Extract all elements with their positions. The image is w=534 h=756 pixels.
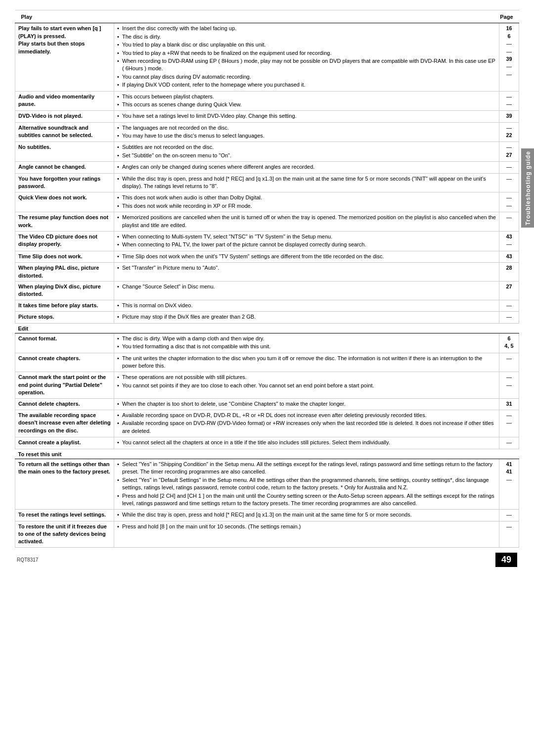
table-row: Angle cannot be changed.Angles can only … <box>15 162 519 173</box>
issue-cell: When playing DivX disc, picture distorte… <box>15 281 114 300</box>
cause-item: This does not work when audio is other t… <box>117 194 496 201</box>
cause-item: You tried to play a blank disc or disc u… <box>117 41 496 48</box>
table-row: Quick View does not work.This does not w… <box>15 192 519 212</box>
cause-item: These operations are not possible with s… <box>117 374 496 381</box>
causes-cell: The unit writes the chapter information … <box>114 353 499 372</box>
page-value: 28 <box>502 264 516 272</box>
cause-item: This occurs as scenes change during Quic… <box>117 101 496 108</box>
page-value: — <box>502 240 516 248</box>
cause-item: You tried to play a +RW that needs to be… <box>117 49 496 57</box>
issue-cell: You have forgotten your ratings password… <box>15 173 114 192</box>
cause-item: This is normal on DivX video. <box>117 302 496 309</box>
table-row: Time Slip does not work.Time Slip does n… <box>15 251 519 262</box>
page-value: — <box>502 124 516 132</box>
page-value: — <box>502 214 516 221</box>
table-row: It takes time before play starts.This is… <box>15 300 519 311</box>
issue-cell: Cannot create chapters. <box>15 353 114 372</box>
causes-cell: Select "Yes" in "Shipping Condition" in … <box>114 459 499 509</box>
page-value: 41 <box>502 468 516 475</box>
issue-cell: To return all the settings other than th… <box>15 459 114 509</box>
causes-cell: Subtitles are not recorded on the disc.S… <box>114 142 499 162</box>
cause-item: Change "Source Select" in Disc menu. <box>117 283 496 290</box>
causes-cell: This does not work when audio is other t… <box>114 192 499 212</box>
cause-item: Picture may stop if the DivX files are g… <box>117 313 496 321</box>
table-row: The resume play function does not work.M… <box>15 212 519 232</box>
cause-item: You cannot set points if they are too cl… <box>117 382 496 389</box>
page-cell: — <box>499 510 519 521</box>
page-cell: 166——39—— <box>499 23 519 91</box>
issue-cell: Cannot create a playlist. <box>15 437 114 449</box>
issue-cell: Cannot delete chapters. <box>15 398 114 410</box>
table-row: When playing DivX disc, picture distorte… <box>15 281 519 300</box>
page-cell: — <box>499 212 519 232</box>
cause-item: While the disc tray is open, press and h… <box>117 511 496 519</box>
issue-cell: The Video CD picture does not display pr… <box>15 231 114 251</box>
table-row: Play fails to start even when [q ] (PLAY… <box>15 23 519 91</box>
page-value: — <box>502 523 516 530</box>
causes-cell: You cannot select all the chapters at on… <box>114 437 499 449</box>
causes-cell: The languages are not recorded on the di… <box>114 122 499 142</box>
page-cell: 27 <box>499 281 519 300</box>
table-row: The Video CD picture does not display pr… <box>15 231 519 251</box>
issue-cell: It takes time before play starts. <box>15 300 114 311</box>
section-header-reset: To reset this unit <box>15 449 519 459</box>
cause-item: Angles can only be changed during scenes… <box>117 163 496 171</box>
causes-cell: Insert the disc correctly with the label… <box>114 23 499 91</box>
cause-item: You have set a ratings level to limit DV… <box>117 112 496 120</box>
issue-cell: Quick View does not work. <box>15 192 114 212</box>
page-value: — <box>502 381 516 389</box>
page-value: — <box>502 143 516 151</box>
cause-item: The unit writes the chapter information … <box>117 355 496 370</box>
table-row: Cannot create chapters.The unit writes t… <box>15 353 519 372</box>
table-row: Cannot format.The disc is dirty. Wipe wi… <box>15 333 519 353</box>
page-cell: —— <box>499 192 519 212</box>
page-value: — <box>502 48 516 55</box>
page-value: 31 <box>502 400 516 408</box>
cause-item: Set "Transfer" in Picture menu to "Auto"… <box>117 264 496 272</box>
page-cell: 43 <box>499 251 519 262</box>
issue-cell: DVD-Video is not played. <box>15 111 114 122</box>
cause-item: You tried formatting a disc that is not … <box>117 343 496 350</box>
page-value: — <box>502 476 516 483</box>
page-value: — <box>502 175 516 183</box>
bottom-bar: RQT8317 49 <box>15 553 519 567</box>
page-value: 6 <box>502 33 516 40</box>
issue-cell: No subtitles. <box>15 142 114 162</box>
causes-cell: This occurs between playlist chapters.Th… <box>114 91 499 111</box>
page-cell: —22 <box>499 122 519 142</box>
issue-cell: Audio and video momentarily pause. <box>15 91 114 111</box>
cause-item: You cannot play discs during DV automati… <box>117 73 496 81</box>
page-value: 22 <box>502 132 516 139</box>
cause-item: This occurs between playlist chapters. <box>117 93 496 100</box>
section-header-play: Play Page <box>15 10 519 23</box>
cause-item: The languages are not recorded on the di… <box>117 124 496 132</box>
page-value: — <box>502 302 516 309</box>
cause-item: When connecting to Multi-system TV, sele… <box>117 233 496 240</box>
causes-cell: You have set a ratings level to limit DV… <box>114 111 499 122</box>
page-cell: — <box>499 353 519 372</box>
page-value: 43 <box>502 233 516 240</box>
table-row: Alternative soundtrack and subtitles can… <box>15 122 519 142</box>
causes-cell: Available recording space on DVD-R, DVD-… <box>114 410 499 437</box>
causes-cell: While the disc tray is open, press and h… <box>114 510 499 521</box>
page-value: — <box>502 63 516 70</box>
causes-cell: These operations are not possible with s… <box>114 372 499 398</box>
cause-item: This does not work while recording in XP… <box>117 202 496 210</box>
causes-cell: This is normal on DivX video. <box>114 300 499 311</box>
page-cell: — <box>499 312 519 323</box>
table-row: DVD-Video is not played.You have set a r… <box>15 111 519 122</box>
cause-item: When connecting to PAL TV, the lower par… <box>117 241 496 248</box>
page-value: 41 <box>502 461 516 468</box>
causes-cell: Time Slip does not work when the unit's … <box>114 251 499 262</box>
page-value: — <box>502 71 516 78</box>
causes-cell: Change "Source Select" in Disc menu. <box>114 281 499 300</box>
issue-cell: Cannot mark the start point or the end p… <box>15 372 114 398</box>
cause-item: While the disc tray is open, press and h… <box>117 175 496 190</box>
causes-cell: Press and hold [8 ] on the main unit for… <box>114 521 499 547</box>
page-cell: 28 <box>499 263 519 282</box>
cause-item: Available recording space on DVD-R, DVD-… <box>117 412 496 419</box>
page-cell: — <box>499 521 519 547</box>
cause-item: Memorized positions are cancelled when t… <box>117 214 496 229</box>
table-row: The available recording space doesn't in… <box>15 410 519 437</box>
page-value: 43 <box>502 253 516 260</box>
